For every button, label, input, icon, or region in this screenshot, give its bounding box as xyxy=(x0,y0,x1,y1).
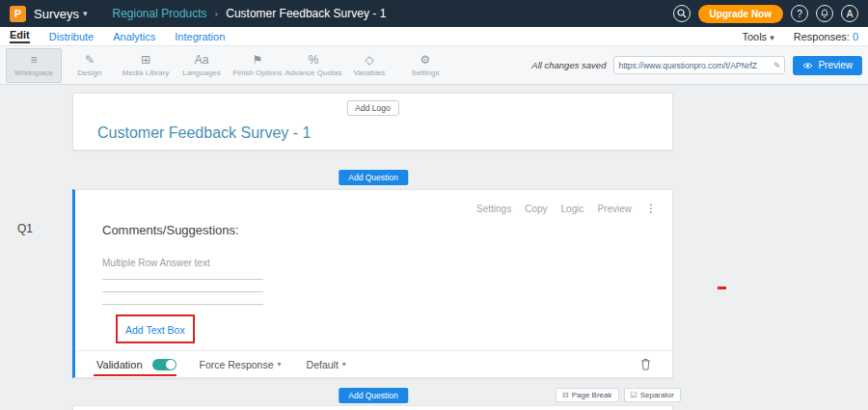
tools-label: Tools xyxy=(742,31,767,42)
answer-row-line xyxy=(102,304,263,305)
toolbar-item-finish-options[interactable]: ⚑ Finish Options xyxy=(230,48,285,83)
annotation-red-underline xyxy=(94,374,176,376)
question-logic-link[interactable]: Logic xyxy=(561,204,584,214)
variables-icon: ◇ xyxy=(365,54,373,67)
save-status: All changes saved xyxy=(531,60,606,70)
breadcrumb-separator-icon: › xyxy=(215,8,219,19)
responses-label: Responses: xyxy=(794,31,850,42)
help-button[interactable]: ? xyxy=(791,5,808,22)
chevron-down-icon: ▾ xyxy=(770,33,774,42)
edit-url-icon[interactable]: ✎ xyxy=(773,61,781,70)
kebab-menu-icon[interactable]: ⋮ xyxy=(645,202,657,215)
add-text-box-link[interactable]: Add Text Box xyxy=(125,324,185,336)
chevron-down-icon: ▾ xyxy=(342,360,346,369)
chevron-down-icon: ▾ xyxy=(83,9,88,18)
survey-header-card: Add Logo Customer Feedback Survey - 1 xyxy=(72,93,673,150)
eye-icon xyxy=(802,62,813,69)
question-number: Q1 xyxy=(17,222,33,235)
responses-count: 0 xyxy=(853,31,858,42)
help-icon: ? xyxy=(797,9,802,19)
add-question-button-top[interactable]: Add Question xyxy=(339,170,408,185)
toolbar-item-design[interactable]: ✎ Design xyxy=(62,48,118,83)
answer-placeholder[interactable]: Multiple Row Answer text xyxy=(102,258,210,268)
page-break-icon: ⊟ xyxy=(562,391,569,399)
toolbar-item-languages[interactable]: Aa Languages xyxy=(174,48,230,83)
question-copy-link[interactable]: Copy xyxy=(525,204,547,214)
toolbar-item-label: Settings xyxy=(412,68,440,77)
survey-canvas: Add Logo Customer Feedback Survey - 1 Ad… xyxy=(0,85,868,410)
finish-options-icon: ⚑ xyxy=(253,54,263,67)
toolbar-item-workspace[interactable]: ≡ Workspace xyxy=(6,48,62,83)
question-text[interactable]: Comments/Suggestions: xyxy=(102,223,239,237)
toolbar-item-label: Design xyxy=(78,68,102,77)
question-preview-link[interactable]: Preview xyxy=(597,204,632,214)
page-break-label: Page Break xyxy=(572,391,612,399)
tab-edit[interactable]: Edit xyxy=(10,29,30,43)
search-icon xyxy=(677,9,687,18)
add-question-button-bottom[interactable]: Add Question xyxy=(339,388,408,403)
page-break-button[interactable]: ⊟ Page Break xyxy=(556,388,619,402)
toolbar-item-label: Advance Quotas xyxy=(285,68,341,77)
avatar[interactable]: A xyxy=(841,5,858,22)
toolbar-item-label: Media Library xyxy=(122,68,169,77)
search-button[interactable] xyxy=(673,5,691,22)
force-response-dropdown[interactable]: Force Response ▾ xyxy=(200,359,282,370)
question-settings-link[interactable]: Settings xyxy=(476,204,511,214)
bell-icon xyxy=(820,9,829,19)
upgrade-now-button[interactable]: Upgrade Now xyxy=(698,5,783,23)
validation-toggle[interactable] xyxy=(152,359,176,370)
survey-url-input[interactable] xyxy=(618,61,773,70)
tab-analytics[interactable]: Analytics xyxy=(113,31,155,42)
workspace-icon: ≡ xyxy=(30,54,37,67)
answer-row-line xyxy=(102,291,263,292)
toolbar-item-variables[interactable]: ◇ Variables xyxy=(341,48,397,83)
app-name[interactable]: Surveys xyxy=(34,7,79,21)
validation-label: Validation xyxy=(96,359,143,370)
add-logo-button[interactable]: Add Logo xyxy=(346,100,398,116)
default-label: Default xyxy=(307,359,339,370)
notifications-button[interactable] xyxy=(816,5,833,22)
separator-icon: ☑ xyxy=(631,391,637,399)
answer-row-line xyxy=(102,279,263,280)
languages-icon: Aa xyxy=(195,54,209,67)
survey-title[interactable]: Customer Feedback Survey - 1 xyxy=(97,124,311,142)
toolbar-item-label: Languages xyxy=(182,68,221,77)
design-icon: ✎ xyxy=(85,54,95,67)
advance-quotas-icon: % xyxy=(309,54,319,67)
tab-distribute[interactable]: Distribute xyxy=(49,31,94,42)
toggle-knob xyxy=(166,360,176,369)
preview-label: Preview xyxy=(818,60,853,70)
question-footer: Validation Force Response ▾ Default ▾ xyxy=(75,350,672,377)
toolbar-item-settings[interactable]: ⚙ Settings xyxy=(397,48,453,83)
toolbar-item-media-library[interactable]: ⊞ Media Library xyxy=(118,48,174,83)
preview-button[interactable]: Preview xyxy=(793,56,862,75)
chevron-down-icon: ▾ xyxy=(278,360,282,369)
toolbar-item-label: Finish Options xyxy=(232,68,282,77)
survey-url-box: ✎ xyxy=(613,56,785,74)
page-controls: ⊟ Page Break ☑ Separator xyxy=(556,388,681,402)
topbar: P Surveys ▾ Regional Products › Customer… xyxy=(0,0,868,27)
separator-button[interactable]: ☑ Separator xyxy=(624,388,681,402)
breadcrumb-current: Customer Feedback Survey - 1 xyxy=(226,7,386,20)
trash-icon xyxy=(640,358,651,370)
media-library-icon: ⊞ xyxy=(141,54,150,67)
separator-label: Separator xyxy=(640,391,674,399)
question-card: Settings Copy Logic Preview ⋮ Comments/S… xyxy=(72,189,673,378)
toolbar-item-label: Workspace xyxy=(14,68,53,77)
next-section-card xyxy=(72,405,673,410)
default-dropdown[interactable]: Default ▾ xyxy=(307,359,346,370)
annotation-red-dash xyxy=(718,287,726,289)
tools-menu[interactable]: Tools ▾ xyxy=(742,31,773,42)
delete-question-button[interactable] xyxy=(640,358,651,370)
toolbar-item-label: Variables xyxy=(354,68,386,77)
toolbar-item-advance-quotas[interactable]: % Advance Quotas xyxy=(285,48,341,83)
breadcrumb-parent[interactable]: Regional Products xyxy=(113,7,207,20)
annotation-red-box: Add Text Box xyxy=(116,314,195,343)
force-response-label: Force Response xyxy=(200,359,274,370)
brand-logo: P xyxy=(10,6,26,22)
main-nav: Edit Distribute Analytics Integration To… xyxy=(0,27,868,46)
tab-integration[interactable]: Integration xyxy=(175,31,225,42)
settings-icon: ⚙ xyxy=(420,54,431,67)
edit-toolbar: ≡ Workspace ✎ Design ⊞ Media Library Aa … xyxy=(0,46,868,85)
responses-counter[interactable]: Responses: 0 xyxy=(794,31,858,42)
